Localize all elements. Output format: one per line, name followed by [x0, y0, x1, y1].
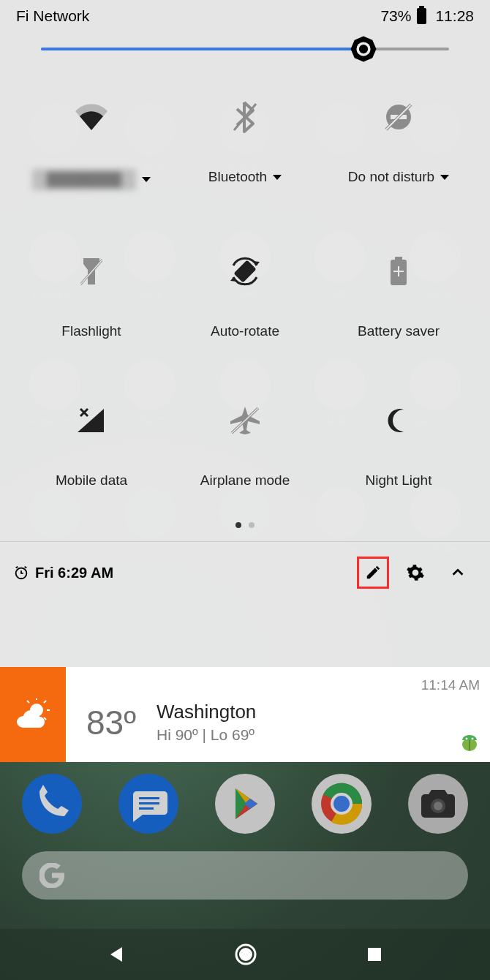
autorotate-icon — [227, 254, 263, 289]
pencil-icon — [365, 565, 381, 581]
battery-icon — [417, 8, 426, 24]
svg-line-21 — [44, 701, 46, 703]
mobile-data-icon — [76, 406, 107, 435]
chevron-down-icon — [142, 177, 151, 182]
network-label: Fi Network — [16, 7, 89, 25]
svg-point-38 — [239, 948, 252, 961]
svg-point-2 — [359, 45, 368, 53]
qs-tile-label: Bluetooth — [208, 169, 267, 185]
qs-tile-battery-saver[interactable]: Battery saver — [322, 256, 475, 339]
collapse-button[interactable] — [442, 557, 474, 589]
qs-tile-mobile-data[interactable]: Mobile data — [15, 405, 168, 489]
brightness-slider[interactable] — [0, 29, 490, 72]
notification-time: 11:14 AM — [86, 677, 480, 693]
svg-line-23 — [44, 717, 46, 720]
qs-tile-label: Auto-rotate — [211, 323, 279, 339]
quick-settings-panel: Fi Network 73% 11:28 — [0, 0, 490, 667]
weather-body: 11:14 AM 83º Washington Hi 90º | Lo 69º — [66, 667, 490, 762]
edit-tiles-button[interactable] — [357, 557, 389, 589]
nav-home-button[interactable] — [233, 942, 258, 967]
brightness-track — [41, 48, 449, 50]
airplane-off-icon — [229, 405, 261, 436]
play-store-icon[interactable] — [215, 774, 275, 834]
home-dock — [0, 774, 490, 900]
svg-point-25 — [466, 738, 468, 740]
qs-tile-label: Do not disturb — [348, 169, 434, 185]
svg-rect-29 — [139, 802, 159, 804]
weather-temp: 83º — [86, 703, 136, 742]
status-clock: 11:28 — [435, 7, 474, 25]
brightness-fill — [41, 48, 363, 50]
page-dot-active — [235, 522, 241, 528]
weather-hilo: Hi 90º | Lo 69º — [157, 726, 256, 744]
google-search-bar[interactable] — [22, 851, 468, 900]
wifi-icon — [75, 104, 108, 130]
qs-tile-label: Night Light — [366, 472, 432, 489]
qs-tile-label: Battery saver — [358, 323, 440, 339]
weather-sun-cloud-icon — [15, 698, 51, 731]
qs-tiles-grid: ████████ Bluetooth — [0, 72, 490, 518]
chevron-down-icon — [440, 175, 449, 180]
svg-rect-39 — [368, 948, 381, 961]
flashlight-off-icon — [80, 255, 102, 287]
battery-percent: 73% — [380, 7, 411, 25]
svg-rect-10 — [233, 260, 256, 282]
svg-point-26 — [472, 738, 474, 740]
settings-button[interactable] — [399, 557, 431, 589]
battery-saver-icon — [389, 256, 408, 287]
weather-notification[interactable]: 11:14 AM 83º Washington Hi 90º | Lo 69º — [0, 667, 490, 762]
nav-back-button[interactable] — [108, 945, 127, 964]
qs-footer: Fri 6:29 AM — [0, 541, 490, 606]
page-dot — [249, 522, 255, 528]
phone-app-icon[interactable] — [22, 774, 82, 834]
status-bar: Fi Network 73% 11:28 — [0, 0, 490, 29]
navigation-bar — [0, 929, 490, 980]
messages-app-icon[interactable] — [118, 774, 178, 834]
qs-tile-bluetooth[interactable]: Bluetooth — [168, 102, 322, 190]
next-alarm[interactable]: Fri 6:29 AM — [13, 565, 113, 581]
qs-tile-night-light[interactable]: Night Light — [322, 405, 475, 489]
qs-tile-label: Airplane mode — [200, 472, 290, 489]
dnd-off-icon — [383, 102, 414, 132]
svg-rect-30 — [139, 807, 154, 810]
android-bug-icon — [459, 733, 480, 753]
chevron-down-icon — [273, 175, 282, 180]
qs-tile-wifi[interactable]: ████████ — [15, 102, 168, 190]
page-indicator — [0, 518, 490, 541]
nav-recents-button[interactable] — [366, 946, 383, 963]
moon-icon — [385, 407, 412, 434]
qs-tile-airplane[interactable]: Airplane mode — [168, 405, 322, 489]
qs-tile-flashlight[interactable]: Flashlight — [15, 256, 168, 339]
weather-city: Washington — [157, 701, 256, 723]
google-g-icon — [39, 863, 64, 888]
chrome-icon[interactable] — [312, 774, 372, 834]
svg-rect-28 — [139, 797, 159, 799]
chevron-up-icon — [450, 565, 466, 581]
camera-icon[interactable] — [408, 774, 468, 834]
qs-tile-wifi-label: ████████ — [32, 169, 136, 190]
qs-tile-label: Flashlight — [61, 323, 121, 339]
svg-line-22 — [27, 701, 29, 703]
brightness-thumb-icon[interactable] — [348, 34, 379, 64]
alarm-icon — [13, 565, 29, 581]
weather-app-icon-area — [0, 667, 66, 762]
gear-icon — [406, 563, 425, 582]
bluetooth-off-icon — [233, 101, 257, 133]
qs-tile-autorotate[interactable]: Auto-rotate — [168, 256, 322, 339]
qs-tile-label: Mobile data — [56, 472, 127, 489]
qs-tile-dnd[interactable]: Do not disturb — [322, 102, 475, 190]
svg-point-36 — [434, 802, 442, 810]
svg-rect-14 — [395, 257, 402, 260]
alarm-label: Fri 6:29 AM — [35, 565, 113, 581]
